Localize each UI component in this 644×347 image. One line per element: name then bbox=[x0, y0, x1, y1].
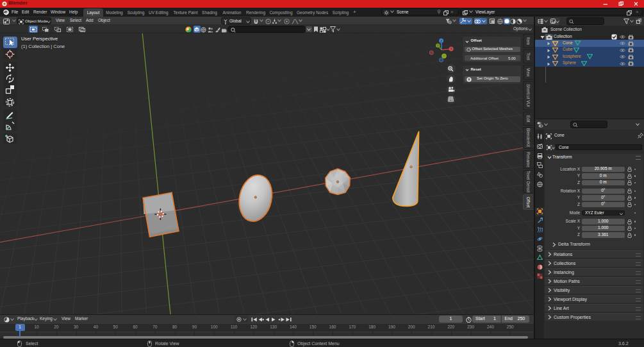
svg-text:X: X bbox=[450, 47, 452, 51]
svg-text:Y: Y bbox=[436, 44, 439, 47]
